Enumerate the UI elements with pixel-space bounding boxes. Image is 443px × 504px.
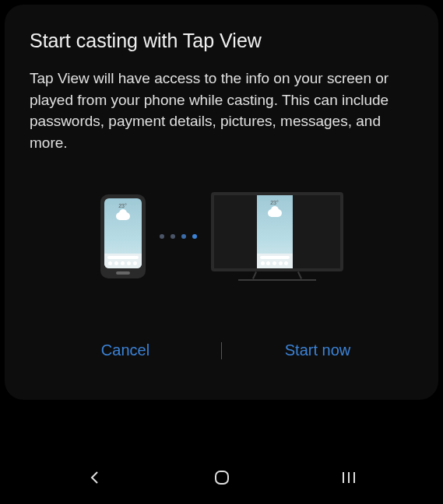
tv-temperature: 23° — [270, 200, 279, 205]
phone-icon: 23° — [100, 194, 146, 278]
start-now-button[interactable]: Start now — [222, 335, 413, 366]
home-icon — [213, 468, 231, 487]
tv-screen: 23° — [257, 195, 293, 268]
connection-dot — [160, 234, 164, 239]
home-button[interactable] — [211, 467, 233, 488]
recent-apps-button[interactable] — [338, 467, 360, 488]
tv-stand — [238, 271, 316, 281]
cloud-icon — [268, 209, 282, 217]
phone-screen: 23° — [104, 198, 142, 268]
cancel-button[interactable]: Cancel — [30, 335, 221, 366]
phone-dock — [104, 254, 142, 268]
back-icon — [87, 470, 103, 485]
dialog-description: Tap View will have access to the info on… — [30, 68, 413, 153]
connection-dots — [160, 234, 197, 239]
tv-icon: 23° — [211, 192, 343, 281]
navigation-bar — [0, 457, 443, 498]
dialog-buttons: Cancel Start now — [30, 327, 413, 381]
phone-home-indicator — [116, 271, 130, 275]
tv-dock — [257, 254, 293, 268]
cast-permission-dialog: Start casting with Tap View Tap View wil… — [5, 5, 438, 400]
cast-illustration: 23° 23° — [30, 192, 413, 281]
back-button[interactable] — [84, 467, 106, 488]
phone-temperature: 23° — [118, 203, 127, 208]
dialog-title: Start casting with Tap View — [30, 30, 413, 52]
connection-dot — [192, 234, 197, 239]
connection-dot — [181, 234, 186, 239]
cloud-icon — [116, 212, 130, 220]
recent-icon — [340, 470, 357, 485]
svg-rect-0 — [216, 471, 228, 484]
connection-dot — [171, 234, 175, 239]
